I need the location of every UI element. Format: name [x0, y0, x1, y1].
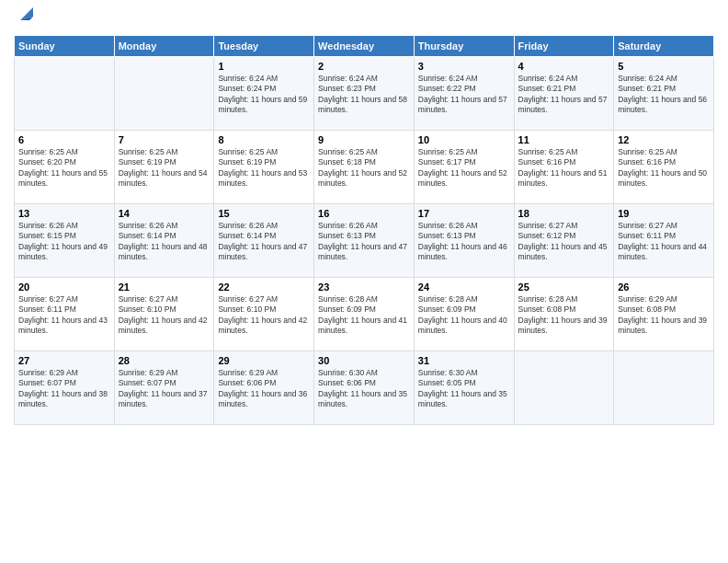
day-number: 14 — [119, 208, 210, 219]
day-detail: Sunrise: 6:25 AMSunset: 6:16 PMDaylight:… — [618, 147, 710, 190]
day-number: 31 — [418, 355, 510, 366]
day-detail: Sunrise: 6:27 AMSunset: 6:12 PMDaylight:… — [518, 221, 610, 263]
day-number: 11 — [518, 134, 610, 145]
day-detail: Sunrise: 6:25 AMSunset: 6:18 PMDaylight:… — [318, 147, 410, 190]
day-detail: Sunrise: 6:26 AMSunset: 6:14 PMDaylight:… — [119, 221, 210, 263]
day-number: 24 — [418, 282, 510, 293]
day-header-wednesday: Wednesday — [314, 36, 415, 57]
day-number: 2 — [318, 61, 410, 72]
day-cell — [514, 351, 614, 425]
day-detail: Sunrise: 6:24 AMSunset: 6:21 PMDaylight:… — [518, 74, 610, 116]
day-detail: Sunrise: 6:26 AMSunset: 6:14 PMDaylight:… — [218, 221, 310, 263]
day-number: 19 — [618, 208, 710, 219]
day-cell: 19Sunrise: 6:27 AMSunset: 6:11 PMDayligh… — [614, 204, 714, 278]
week-row-3: 13Sunrise: 6:26 AMSunset: 6:15 PMDayligh… — [15, 204, 714, 278]
day-number: 17 — [418, 208, 510, 219]
day-detail: Sunrise: 6:30 AMSunset: 6:06 PMDaylight:… — [318, 368, 410, 410]
day-number: 22 — [218, 282, 310, 293]
day-cell: 4Sunrise: 6:24 AMSunset: 6:21 PMDaylight… — [514, 57, 614, 131]
day-number: 21 — [119, 282, 210, 293]
day-cell: 7Sunrise: 6:25 AMSunset: 6:19 PMDaylight… — [114, 131, 214, 204]
day-number: 5 — [618, 61, 710, 72]
day-detail: Sunrise: 6:24 AMSunset: 6:24 PMDaylight:… — [218, 74, 310, 116]
days-header-row: SundayMondayTuesdayWednesdayThursdayFrid… — [15, 36, 714, 57]
day-cell: 17Sunrise: 6:26 AMSunset: 6:13 PMDayligh… — [414, 204, 514, 278]
day-cell: 20Sunrise: 6:27 AMSunset: 6:11 PMDayligh… — [15, 278, 115, 351]
day-detail: Sunrise: 6:25 AMSunset: 6:19 PMDaylight:… — [119, 147, 210, 190]
day-cell: 29Sunrise: 6:29 AMSunset: 6:06 PMDayligh… — [214, 351, 314, 425]
day-cell: 23Sunrise: 6:28 AMSunset: 6:09 PMDayligh… — [314, 278, 415, 351]
day-header-monday: Monday — [114, 36, 214, 57]
day-number: 28 — [119, 355, 210, 366]
day-detail: Sunrise: 6:30 AMSunset: 6:05 PMDaylight:… — [418, 368, 510, 410]
day-detail: Sunrise: 6:28 AMSunset: 6:08 PMDaylight:… — [518, 294, 610, 337]
day-cell: 11Sunrise: 6:25 AMSunset: 6:16 PMDayligh… — [514, 131, 614, 204]
calendar-table: SundayMondayTuesdayWednesdayThursdayFrid… — [14, 35, 714, 425]
day-number: 25 — [518, 282, 610, 293]
day-detail: Sunrise: 6:29 AMSunset: 6:07 PMDaylight:… — [119, 368, 210, 410]
day-number: 18 — [518, 208, 610, 219]
day-cell: 13Sunrise: 6:26 AMSunset: 6:15 PMDayligh… — [15, 204, 115, 278]
week-row-2: 6Sunrise: 6:25 AMSunset: 6:20 PMDaylight… — [15, 131, 714, 204]
day-number: 10 — [418, 134, 510, 145]
day-cell: 6Sunrise: 6:25 AMSunset: 6:20 PMDaylight… — [15, 131, 115, 204]
day-number: 29 — [218, 355, 310, 366]
day-detail: Sunrise: 6:25 AMSunset: 6:20 PMDaylight:… — [18, 147, 110, 190]
day-cell: 15Sunrise: 6:26 AMSunset: 6:14 PMDayligh… — [214, 204, 314, 278]
day-detail: Sunrise: 6:29 AMSunset: 6:06 PMDaylight:… — [218, 368, 310, 410]
day-detail: Sunrise: 6:28 AMSunset: 6:09 PMDaylight:… — [418, 294, 510, 337]
day-detail: Sunrise: 6:26 AMSunset: 6:13 PMDaylight:… — [418, 221, 510, 263]
day-cell: 9Sunrise: 6:25 AMSunset: 6:18 PMDaylight… — [314, 131, 415, 204]
day-cell: 30Sunrise: 6:30 AMSunset: 6:06 PMDayligh… — [314, 351, 415, 425]
day-number: 27 — [18, 355, 110, 366]
day-cell: 5Sunrise: 6:24 AMSunset: 6:21 PMDaylight… — [614, 57, 714, 131]
day-cell: 18Sunrise: 6:27 AMSunset: 6:12 PMDayligh… — [514, 204, 614, 278]
day-header-sunday: Sunday — [15, 36, 115, 57]
day-number: 16 — [318, 208, 410, 219]
day-number: 6 — [18, 134, 110, 145]
day-detail: Sunrise: 6:29 AMSunset: 6:07 PMDaylight:… — [18, 368, 110, 410]
day-cell: 16Sunrise: 6:26 AMSunset: 6:13 PMDayligh… — [314, 204, 415, 278]
day-detail: Sunrise: 6:26 AMSunset: 6:15 PMDaylight:… — [18, 221, 110, 263]
day-number: 13 — [18, 208, 110, 219]
header — [14, 9, 714, 28]
day-cell: 22Sunrise: 6:27 AMSunset: 6:10 PMDayligh… — [214, 278, 314, 351]
day-detail: Sunrise: 6:27 AMSunset: 6:11 PMDaylight:… — [18, 294, 110, 337]
day-number: 20 — [18, 282, 110, 293]
day-cell — [614, 351, 714, 425]
day-number: 23 — [318, 282, 410, 293]
day-number: 4 — [518, 61, 610, 72]
day-cell: 25Sunrise: 6:28 AMSunset: 6:08 PMDayligh… — [514, 278, 614, 351]
day-detail: Sunrise: 6:29 AMSunset: 6:08 PMDaylight:… — [618, 294, 710, 337]
day-cell: 3Sunrise: 6:24 AMSunset: 6:22 PMDaylight… — [414, 57, 514, 131]
day-number: 3 — [418, 61, 510, 72]
day-number: 26 — [618, 282, 710, 293]
day-detail: Sunrise: 6:27 AMSunset: 6:10 PMDaylight:… — [218, 294, 310, 337]
day-cell: 28Sunrise: 6:29 AMSunset: 6:07 PMDayligh… — [114, 351, 214, 425]
day-cell: 8Sunrise: 6:25 AMSunset: 6:19 PMDaylight… — [214, 131, 314, 204]
day-cell: 21Sunrise: 6:27 AMSunset: 6:10 PMDayligh… — [114, 278, 214, 351]
day-cell: 12Sunrise: 6:25 AMSunset: 6:16 PMDayligh… — [614, 131, 714, 204]
day-header-thursday: Thursday — [414, 36, 514, 57]
week-row-1: 1Sunrise: 6:24 AMSunset: 6:24 PMDaylight… — [15, 57, 714, 131]
day-number: 30 — [318, 355, 410, 366]
day-detail: Sunrise: 6:27 AMSunset: 6:11 PMDaylight:… — [618, 221, 710, 263]
day-number: 9 — [318, 134, 410, 145]
day-number: 12 — [618, 134, 710, 145]
day-number: 7 — [119, 134, 210, 145]
day-number: 1 — [218, 61, 310, 72]
day-cell: 31Sunrise: 6:30 AMSunset: 6:05 PMDayligh… — [414, 351, 514, 425]
day-number: 8 — [218, 134, 310, 145]
logo — [14, 9, 37, 28]
day-detail: Sunrise: 6:24 AMSunset: 6:22 PMDaylight:… — [418, 74, 510, 116]
day-number: 15 — [218, 208, 310, 219]
day-cell: 26Sunrise: 6:29 AMSunset: 6:08 PMDayligh… — [614, 278, 714, 351]
day-cell: 14Sunrise: 6:26 AMSunset: 6:14 PMDayligh… — [114, 204, 214, 278]
day-cell: 24Sunrise: 6:28 AMSunset: 6:09 PMDayligh… — [414, 278, 514, 351]
day-detail: Sunrise: 6:28 AMSunset: 6:09 PMDaylight:… — [318, 294, 410, 337]
day-header-saturday: Saturday — [614, 36, 714, 57]
day-detail: Sunrise: 6:25 AMSunset: 6:19 PMDaylight:… — [218, 147, 310, 190]
day-cell — [114, 57, 214, 131]
day-cell — [15, 57, 115, 131]
week-row-5: 27Sunrise: 6:29 AMSunset: 6:07 PMDayligh… — [15, 351, 714, 425]
